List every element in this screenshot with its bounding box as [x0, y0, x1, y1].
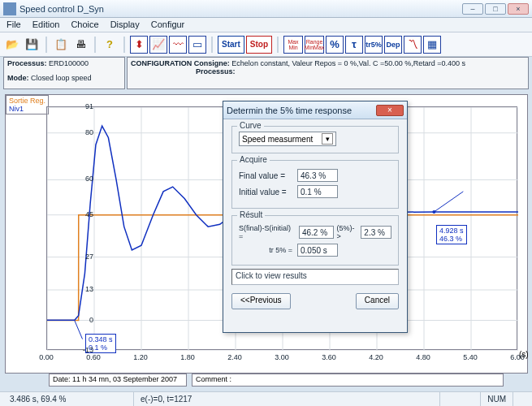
status-coords: 3.486 s, 69.4 % — [3, 392, 133, 406]
initial-value-label: Initial value = — [239, 188, 292, 197]
dialog-title: Determin the 5% time response — [227, 106, 376, 115]
x-tick-label: 4.20 — [369, 353, 383, 361]
cancel-button[interactable]: Cancel — [356, 293, 399, 309]
x-tick-label: 4.80 — [416, 353, 430, 361]
group-curve: Curve Speed measurment ▾ — [231, 126, 399, 153]
minimize-button[interactable]: – — [462, 3, 483, 15]
tr5-button[interactable]: tr5% — [365, 36, 383, 54]
menubar: File Edition Choice Display Configur — [0, 18, 532, 32]
maxmin-button[interactable]: Max Min — [283, 36, 303, 54]
help-icon[interactable]: ? — [101, 36, 119, 54]
diff-value-field: 46.2 % — [299, 226, 335, 239]
x-tick-label: 2.40 — [227, 353, 242, 361]
initial-value-field[interactable]: 0.1 % — [297, 185, 338, 198]
comment-field[interactable]: Comment : — [192, 374, 504, 387]
status-mid: e(-)=0, t=1217 — [133, 392, 439, 406]
menu-display[interactable]: Display — [110, 19, 140, 30]
svg-line-19 — [434, 192, 463, 212]
mode-label: Mode: — [7, 74, 29, 82]
y-tick-label: 80 — [58, 128, 93, 136]
five-percent-field: 2.3 % — [361, 226, 391, 239]
statusbar: 3.486 s, 69.4 % e(-)=0, t=1217 NUM — [0, 391, 532, 406]
chart-tool-5-icon[interactable]: 〽 — [404, 36, 422, 54]
five-percent-label: (5%)-> — [336, 224, 358, 240]
x-tick-label: 0.00 — [39, 353, 54, 361]
curve-select[interactable]: Speed measurment ▾ — [239, 132, 336, 146]
toolbar-divider — [94, 37, 96, 53]
bottom-row: Date: 11 h 34 mn, 03 September 2007 Comm… — [49, 374, 504, 387]
config-label: CONFIGURATION — [131, 59, 192, 67]
menu-file[interactable]: File — [6, 19, 21, 30]
chart-tool-6-icon[interactable]: ▦ — [423, 36, 441, 54]
dialog-button-row: <<Previous Cancel — [223, 288, 407, 316]
percent-button[interactable]: % — [326, 36, 344, 54]
results-click-bar[interactable]: Click to view results — [231, 269, 399, 285]
maximize-button[interactable]: □ — [485, 3, 506, 15]
y-tick-label: 13 — [58, 285, 93, 293]
chart-tool-4-icon[interactable]: ▭ — [188, 36, 206, 54]
chart-tool-3-icon[interactable]: 〰 — [169, 36, 187, 54]
tr5-field: 0.050 s — [297, 244, 338, 257]
status-num: NUM — [480, 392, 513, 406]
y-tick-label: 91 — [58, 102, 93, 110]
processus-label: Processus: — [7, 59, 47, 67]
curve-select-value: Speed measurment — [242, 135, 313, 144]
stop-button[interactable]: Stop — [246, 36, 272, 54]
tr5-label: tr 5% = — [239, 246, 292, 254]
window-buttons: – □ × — [462, 3, 529, 15]
diff-label: S(final)-S(initial) = — [239, 224, 296, 240]
chart-tool-2-icon[interactable]: 📈 — [149, 36, 167, 54]
group-acquire: Acquire Final value = 46.3 % Initial val… — [231, 160, 399, 209]
legend-item-1: Sortie Reg. — [9, 97, 45, 105]
menu-edition[interactable]: Edition — [32, 19, 60, 30]
dialog-close-button[interactable]: × — [376, 105, 404, 116]
x-tick-label: 1.80 — [180, 353, 195, 361]
y-tick-label: 60 — [58, 175, 93, 183]
date-field: Date: 11 h 34 mn, 03 September 2007 — [49, 374, 187, 387]
x-tick-label: 0.60 — [86, 353, 101, 361]
copy-icon[interactable]: 📋 — [52, 36, 70, 54]
x-tick-label: 1.20 — [133, 353, 148, 361]
info-box-right: CONFIGURATION Consigne: Echelon constant… — [127, 57, 529, 89]
final-value-label: Final value = — [239, 171, 292, 180]
window-titlebar: Speed control D_Syn – □ × — [0, 0, 532, 18]
app-icon — [3, 2, 16, 15]
tau-button[interactable]: τ — [345, 36, 363, 54]
toolbar-divider — [277, 37, 279, 53]
close-button[interactable]: × — [508, 3, 529, 15]
info-box-left: Processus: ERD100000 Mode: Closed loop s… — [3, 57, 125, 89]
chart-legend: Sortie Reg. Niv1 — [6, 95, 49, 114]
final-value-field[interactable]: 46.3 % — [297, 169, 338, 182]
group-result: Résult S(final)-S(initial) = 46.2 % (5%)… — [231, 215, 399, 266]
toolbar-divider — [45, 37, 47, 53]
dialog-time-response: Determin the 5% time response × Curve Sp… — [223, 101, 408, 333]
svg-point-20 — [432, 210, 435, 214]
start-button[interactable]: Start — [218, 36, 244, 54]
save-icon[interactable]: 💾 — [23, 36, 41, 54]
y-tick-label: 27 — [58, 253, 93, 261]
toolbar-divider — [211, 37, 213, 53]
y-tick-label: 0 — [58, 316, 93, 324]
consigne-label: Consigne: — [194, 59, 230, 67]
print-icon[interactable]: 🖶 — [71, 36, 89, 54]
comment-label: Comment : — [196, 375, 231, 383]
toolbar-divider — [123, 37, 125, 53]
range-button[interactable]: Range MinMax — [305, 36, 324, 54]
processus-value: ERD100000 — [49, 59, 89, 67]
dep-button[interactable]: Dep — [384, 36, 402, 54]
menu-choice[interactable]: Choice — [71, 19, 98, 30]
open-icon[interactable]: 📂 — [3, 36, 21, 54]
group-curve-label: Curve — [237, 121, 264, 130]
x-tick-label: 3.60 — [322, 353, 336, 361]
menu-configur[interactable]: Configur — [151, 19, 185, 30]
previous-button[interactable]: <<Previous — [231, 293, 291, 309]
chevron-down-icon: ▾ — [322, 133, 333, 145]
x-tick-label: 3.00 — [275, 353, 289, 361]
y-tick-label: 45 — [58, 210, 93, 218]
info-row: Processus: ERD100000 Mode: Closed loop s… — [0, 57, 532, 89]
x-tick-label: 5.40 — [463, 353, 478, 361]
chart-tool-1-icon[interactable]: ⬍ — [130, 36, 148, 54]
group-acquire-label: Acquire — [237, 155, 270, 164]
group-result-label: Résult — [237, 210, 265, 219]
mode-value: Closed loop speed — [31, 74, 92, 82]
